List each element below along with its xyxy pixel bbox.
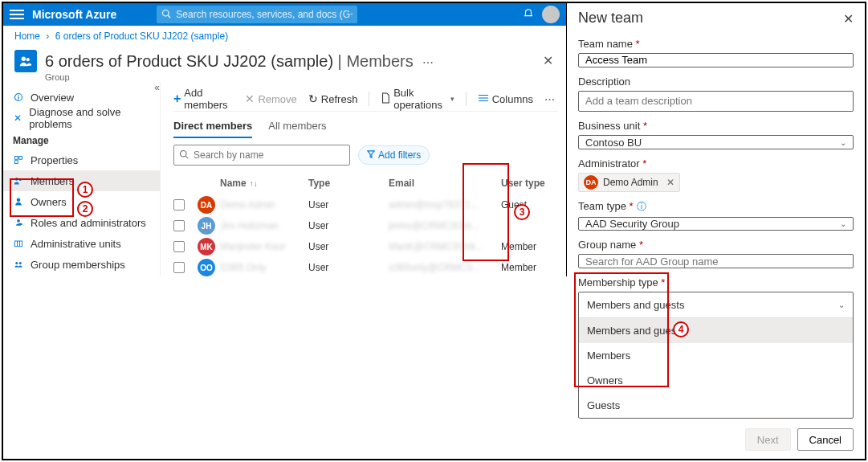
add-members-button[interactable]: +Add members bbox=[173, 87, 234, 111]
chevron-down-icon: ▾ bbox=[450, 95, 454, 103]
plus-icon: + bbox=[173, 92, 181, 106]
label-group-name: Group name * bbox=[578, 239, 854, 251]
hamburger-menu-icon[interactable] bbox=[10, 10, 24, 19]
membership-type-select[interactable]: Members and guests ⌄ Members and guestsM… bbox=[578, 292, 854, 419]
svg-line-24 bbox=[185, 156, 188, 158]
row-checkbox[interactable] bbox=[173, 262, 185, 273]
business-unit-select[interactable]: Contoso BU⌄ bbox=[578, 135, 854, 149]
description-input[interactable] bbox=[578, 91, 854, 112]
membership-selected[interactable]: Members and guests ⌄ bbox=[579, 292, 853, 318]
remove-icon: ✕ bbox=[245, 92, 255, 105]
sidebar-group-memberships[interactable]: Group memberships bbox=[3, 254, 160, 275]
name-search-input[interactable] bbox=[194, 149, 344, 161]
more-commands-button[interactable]: ⋯ bbox=[544, 93, 558, 105]
close-blade-button[interactable]: ✕ bbox=[543, 53, 553, 68]
group-name-input[interactable] bbox=[578, 254, 854, 268]
sidebar-admin-units[interactable]: Administrative units bbox=[3, 233, 160, 254]
user-usertype: Member bbox=[501, 262, 557, 273]
group-memberships-icon bbox=[13, 259, 24, 270]
row-checkbox[interactable] bbox=[173, 199, 185, 211]
membership-option[interactable]: Owners bbox=[579, 368, 853, 393]
administrator-field[interactable]: DA Demo Admin ✕ bbox=[578, 173, 854, 192]
annotation-1: 1 bbox=[77, 182, 93, 198]
user-avatar: OO bbox=[198, 259, 215, 276]
label-membership-type: Membership type * bbox=[578, 276, 854, 288]
global-search-input[interactable] bbox=[176, 9, 352, 20]
add-filters-button[interactable]: Add filters bbox=[358, 145, 430, 165]
refresh-icon: ↻ bbox=[308, 92, 318, 105]
user-name: Demo Admin bbox=[220, 199, 275, 211]
membership-option[interactable]: Guests bbox=[579, 393, 853, 418]
team-name-input[interactable] bbox=[578, 53, 854, 67]
members-icon bbox=[13, 175, 24, 186]
remove-admin-icon[interactable]: ✕ bbox=[666, 177, 674, 188]
label-business-unit: Business unit * bbox=[578, 120, 854, 132]
svg-rect-6 bbox=[18, 95, 18, 96]
user-email: ManK@CRMC3Onli... bbox=[389, 241, 483, 252]
svg-line-1 bbox=[169, 15, 171, 18]
cancel-button[interactable]: Cancel bbox=[797, 428, 854, 451]
team-type-select[interactable]: AAD Security Group⌄ bbox=[578, 217, 854, 231]
user-avatar: JH bbox=[198, 217, 215, 235]
row-checkbox[interactable] bbox=[173, 220, 185, 231]
label-team-type: Team type *ⓘ bbox=[578, 200, 854, 214]
chevron-down-icon: ⌄ bbox=[838, 301, 845, 309]
columns-icon bbox=[478, 92, 489, 105]
page-title: 6 orders of Product SKU JJ202 (sample) |… bbox=[45, 52, 434, 71]
group-icon bbox=[14, 50, 37, 72]
table-row[interactable]: MKManjinder KaurUserManK@CRMC3Onli...Mem… bbox=[173, 236, 558, 257]
global-search[interactable] bbox=[157, 6, 357, 23]
table-row[interactable]: DADemo AdminUseradmin@msp76372...Guest bbox=[173, 194, 558, 215]
svg-point-0 bbox=[163, 10, 169, 16]
svg-point-12 bbox=[17, 198, 21, 202]
brand-label: Microsoft Azure bbox=[32, 8, 116, 21]
user-name: Jim Holtzman bbox=[220, 220, 279, 231]
columns-button[interactable]: Columns bbox=[478, 92, 533, 105]
sidebar-properties[interactable]: Properties bbox=[3, 149, 160, 170]
sidebar-diagnose[interactable]: ✕ Diagnose and solve problems bbox=[3, 108, 160, 129]
user-avatar: MK bbox=[198, 238, 215, 256]
svg-rect-8 bbox=[19, 157, 22, 160]
row-checkbox[interactable] bbox=[173, 241, 185, 252]
table-row[interactable]: OOO365 OnlyUsero365only@CRMC3...Member bbox=[173, 257, 558, 276]
refresh-button[interactable]: ↻Refresh bbox=[308, 92, 358, 105]
collapse-sidebar-icon[interactable]: « bbox=[154, 82, 157, 93]
chevron-down-icon: ⌄ bbox=[840, 138, 846, 147]
tab-direct-members[interactable]: Direct members bbox=[173, 120, 252, 138]
user-email: admin@msp76372... bbox=[389, 199, 478, 211]
info-icon bbox=[13, 92, 24, 103]
svg-rect-15 bbox=[15, 241, 22, 247]
admin-avatar: DA bbox=[584, 175, 598, 190]
sidebar-overview[interactable]: Overview bbox=[3, 87, 160, 108]
membership-option[interactable]: Members bbox=[579, 343, 853, 368]
sort-icon[interactable]: ↑↓ bbox=[250, 179, 258, 188]
more-icon[interactable]: ⋯ bbox=[422, 56, 434, 69]
next-button[interactable]: Next bbox=[745, 428, 791, 451]
breadcrumb-current[interactable]: 6 orders of Product SKU JJ202 (sample) bbox=[55, 31, 228, 42]
chevron-down-icon: ⌄ bbox=[840, 219, 846, 228]
bulk-operations-button[interactable]: Bulk operations ▾ bbox=[381, 87, 454, 111]
tab-all-members[interactable]: All members bbox=[268, 120, 326, 138]
panel-close-button[interactable]: ✕ bbox=[843, 11, 854, 27]
user-avatar[interactable] bbox=[542, 6, 560, 23]
annotation-3: 3 bbox=[514, 204, 530, 220]
user-email: o365only@CRMC3... bbox=[389, 262, 480, 273]
svg-point-11 bbox=[19, 178, 22, 181]
search-icon bbox=[179, 149, 189, 161]
panel-title: New team bbox=[578, 10, 854, 30]
user-name: Manjinder Kaur bbox=[220, 241, 285, 252]
membership-option[interactable]: Members and guests bbox=[579, 318, 853, 343]
admin-units-icon bbox=[13, 238, 24, 249]
breadcrumb-home[interactable]: Home bbox=[14, 31, 40, 42]
user-email: jimho@CRMC3Onl... bbox=[389, 220, 479, 231]
name-search[interactable] bbox=[173, 145, 350, 166]
roles-icon bbox=[13, 217, 24, 228]
filter-icon bbox=[367, 149, 375, 161]
remove-button[interactable]: ✕Remove bbox=[245, 92, 296, 105]
table-row[interactable]: JHJim HoltzmanUserjimho@CRMC3Onl... bbox=[173, 215, 558, 236]
svg-point-13 bbox=[17, 219, 20, 223]
notifications-icon[interactable] bbox=[523, 8, 534, 22]
user-type-col: User bbox=[308, 220, 389, 231]
info-icon[interactable]: ⓘ bbox=[637, 201, 646, 212]
label-description: Description bbox=[578, 76, 854, 88]
